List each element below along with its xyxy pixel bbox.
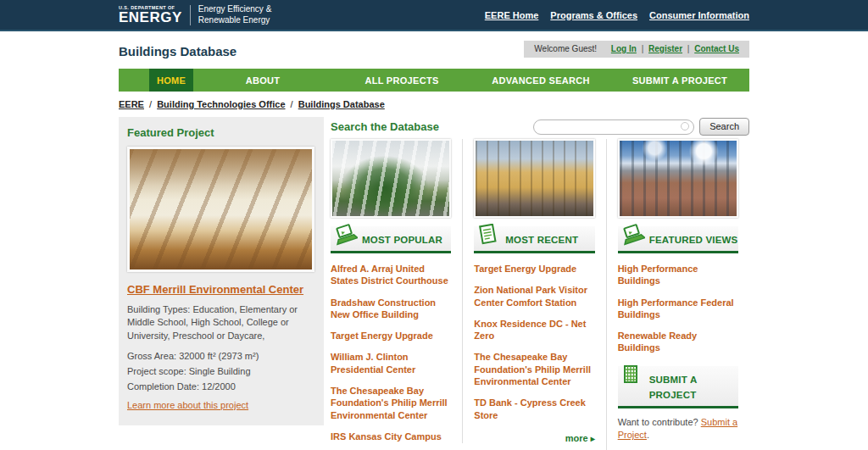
program-name-line2: Renewable Energy: [198, 15, 272, 26]
most-recent-photo[interactable]: [474, 139, 594, 218]
project-link[interactable]: TD Bank - Cypress Creek Store: [474, 397, 594, 421]
nav-about[interactable]: ABOUT: [193, 69, 332, 92]
project-scope-text: Project scope: Single Building: [127, 366, 315, 376]
submit-project-text: Want to contribute? Submit a Project.: [618, 416, 738, 442]
building-types-text: Building Types: Education, Elementary or…: [127, 303, 315, 342]
submit-text-suffix: .: [647, 430, 649, 440]
most-popular-list: Alfred A. Arraj United States District C…: [331, 263, 451, 442]
featured-views-title: FEATURED VIEWS: [649, 235, 738, 245]
program-name-line1: Energy Efficiency &: [198, 4, 272, 15]
project-link[interactable]: Bradshaw Construction New Office Buildin…: [331, 297, 451, 321]
featured-views-list: High Performance Buildings High Performa…: [618, 263, 738, 354]
project-link[interactable]: Target Energy Upgrade: [331, 330, 451, 342]
building-icon: [620, 364, 642, 389]
spacer: [618, 442, 738, 450]
top-header-bar: U.S. DEPARTMENT OF ENERGY Energy Efficie…: [0, 0, 868, 31]
featured-project-panel: Featured Project CBF Merrill Environment…: [119, 117, 324, 425]
featured-views-photo[interactable]: [618, 139, 738, 218]
main-nav: HOME ABOUT ALL PROJECTS ADVANCED SEARCH …: [119, 69, 749, 92]
submit-project-title: SUBMIT A PROJECT: [649, 375, 697, 400]
most-recent-more-link[interactable]: more ▸: [474, 433, 594, 443]
search-button[interactable]: Search: [699, 118, 749, 136]
log-in-link[interactable]: Log In: [611, 44, 637, 53]
nav-all-projects[interactable]: ALL PROJECTS: [332, 69, 471, 92]
breadcrumb-buildings-database[interactable]: Buildings Database: [298, 99, 385, 109]
project-link[interactable]: Alfred A. Arraj United States District C…: [331, 263, 451, 287]
submit-project-header: SUBMIT A PROJECT: [618, 366, 738, 408]
most-popular-title: MOST POPULAR: [362, 235, 442, 245]
most-popular-column: MOST POPULAR Alfred A. Arraj United Stat…: [331, 139, 462, 450]
gross-area-text: Gross Area: 32000 ft² (2973 m²): [127, 351, 315, 361]
contact-us-link[interactable]: Contact Us: [694, 44, 739, 53]
nav-home[interactable]: HOME: [149, 69, 193, 92]
logo-divider: [190, 5, 191, 25]
search-bar: Search the Database Search: [331, 117, 749, 136]
more-label: more: [565, 433, 588, 443]
most-recent-column: MOST RECENT Target Energy Upgrade Zion N…: [462, 139, 605, 443]
most-popular-photo[interactable]: [331, 139, 451, 218]
project-link[interactable]: IRS Kansas City Campus: [331, 431, 451, 442]
learn-more-link[interactable]: Learn more about this project: [127, 400, 248, 410]
project-link[interactable]: Zion National Park Visitor Center Comfor…: [474, 284, 594, 308]
featured-views-header: FEATURED VIEWS: [618, 226, 738, 253]
doe-logo: U.S. DEPARTMENT OF ENERGY Energy Efficie…: [119, 4, 271, 25]
laptop-icon: [332, 224, 358, 249]
submit-text-prefix: Want to contribute?: [618, 417, 701, 427]
link-programs-offices[interactable]: Programs & Offices: [550, 10, 637, 20]
featured-project-photo[interactable]: [127, 147, 314, 272]
completion-date-text: Completion Date: 12/2000: [127, 381, 315, 392]
featured-views-column: FEATURED VIEWS High Performance Building…: [606, 139, 749, 450]
most-recent-header: MOST RECENT: [474, 226, 594, 253]
breadcrumb-separator: /: [149, 99, 152, 109]
project-link[interactable]: The Chesapeake Bay Foundation's Philip M…: [331, 385, 451, 421]
most-recent-list: Target Energy Upgrade Zion National Park…: [474, 263, 594, 421]
featured-project-title-link[interactable]: CBF Merrill Environmental Center: [127, 283, 303, 296]
link-separator: |: [687, 44, 690, 53]
link-consumer-information[interactable]: Consumer Information: [649, 10, 749, 20]
search-input[interactable]: [533, 119, 694, 135]
masthead: Buildings Database Welcome Guest! Log In…: [119, 31, 749, 69]
utility-nav: EERE Home Programs & Offices Consumer In…: [485, 10, 749, 20]
doe-energy-wordmark: ENERGY: [119, 10, 182, 25]
arrow-right-icon: ▸: [591, 434, 595, 443]
search-field-icon: [681, 122, 689, 131]
welcome-bar: Welcome Guest! Log In | Register | Conta…: [524, 41, 749, 58]
link-eere-home[interactable]: EERE Home: [485, 10, 539, 20]
search-heading: Search the Database: [331, 120, 533, 133]
view-link[interactable]: High Performance Buildings: [618, 263, 738, 287]
nav-submit-a-project[interactable]: SUBMIT A PROJECT: [610, 69, 749, 92]
nav-spacer: [119, 69, 149, 92]
breadcrumb-eere[interactable]: EERE: [119, 99, 144, 109]
laptop-icon: [620, 224, 645, 249]
project-link[interactable]: William J. Clinton Presidential Center: [331, 351, 451, 375]
project-link[interactable]: The Chesapeake Bay Foundation's Philip M…: [474, 351, 594, 387]
breadcrumb-separator: /: [291, 99, 293, 109]
most-popular-header: MOST POPULAR: [331, 226, 451, 253]
view-link[interactable]: Renewable Ready Buildings: [618, 330, 738, 354]
breadcrumb-building-technologies-office[interactable]: Building Technologies Office: [157, 99, 285, 109]
breadcrumb: EERE / Building Technologies Office / Bu…: [119, 92, 749, 115]
welcome-text: Welcome Guest!: [534, 44, 597, 53]
document-icon: [476, 224, 499, 249]
register-link[interactable]: Register: [648, 44, 682, 53]
link-separator: |: [642, 44, 644, 53]
featured-project-heading: Featured Project: [127, 126, 315, 139]
most-recent-title: MOST RECENT: [505, 235, 578, 245]
project-link[interactable]: Target Energy Upgrade: [474, 263, 594, 275]
project-link[interactable]: Knox Residence DC - Net Zero: [474, 318, 594, 342]
view-link[interactable]: High Performance Federal Buildings: [618, 297, 738, 321]
nav-advanced-search[interactable]: ADVANCED SEARCH: [471, 69, 610, 92]
